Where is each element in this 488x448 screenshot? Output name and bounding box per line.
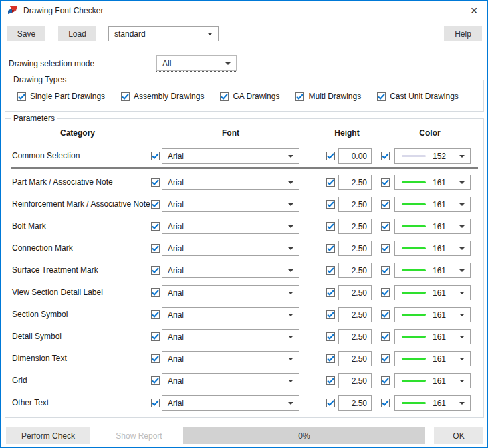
height-checkbox[interactable] bbox=[326, 266, 335, 275]
color-select[interactable]: 152 bbox=[394, 148, 471, 164]
font-checkbox[interactable] bbox=[151, 266, 160, 275]
height-checkbox[interactable] bbox=[326, 376, 335, 385]
font-checkbox[interactable] bbox=[151, 244, 160, 253]
color-select[interactable]: 161 bbox=[394, 263, 471, 278]
font-checkbox[interactable] bbox=[151, 310, 160, 319]
height-checkbox[interactable] bbox=[326, 244, 335, 253]
help-button[interactable]: Help bbox=[444, 26, 482, 41]
font-checkbox[interactable] bbox=[151, 332, 160, 341]
color-select[interactable]: 161 bbox=[394, 197, 471, 212]
chevron-down-icon bbox=[288, 336, 293, 338]
color-checkbox[interactable] bbox=[381, 399, 390, 407]
color-swatch bbox=[402, 225, 426, 227]
ok-button[interactable]: OK bbox=[434, 427, 483, 444]
font-checkbox[interactable] bbox=[151, 200, 160, 209]
height-checkbox[interactable] bbox=[326, 152, 335, 160]
color-checkbox[interactable] bbox=[381, 332, 390, 341]
chevron-down-icon bbox=[288, 247, 293, 250]
color-checkbox[interactable] bbox=[381, 222, 390, 231]
color-select[interactable]: 161 bbox=[394, 395, 471, 411]
font-checkbox[interactable] bbox=[151, 399, 160, 407]
font-value: Arial bbox=[168, 200, 184, 209]
drawing-type-checkbox[interactable] bbox=[220, 92, 229, 101]
color-checkbox[interactable] bbox=[381, 244, 390, 253]
height-input[interactable] bbox=[338, 175, 372, 190]
font-checkbox[interactable] bbox=[151, 376, 160, 385]
perform-check-button[interactable]: Perform Check bbox=[6, 427, 90, 444]
height-checkbox[interactable] bbox=[326, 178, 335, 187]
height-input[interactable] bbox=[338, 307, 372, 322]
color-number: 161 bbox=[433, 332, 446, 342]
height-input[interactable] bbox=[338, 395, 372, 411]
height-input[interactable] bbox=[338, 197, 372, 212]
drawing-type-item[interactable]: Assembly Drawings bbox=[121, 92, 204, 101]
color-checkbox[interactable] bbox=[381, 266, 390, 275]
color-select[interactable]: 161 bbox=[394, 329, 471, 344]
color-select[interactable]: 161 bbox=[394, 351, 471, 366]
font-value: Arial bbox=[168, 178, 184, 187]
show-report-button[interactable]: Show Report bbox=[100, 427, 178, 444]
height-checkbox[interactable] bbox=[326, 354, 335, 363]
drawing-type-checkbox[interactable] bbox=[17, 92, 26, 101]
color-select[interactable]: 161 bbox=[394, 219, 471, 234]
font-select[interactable]: Arial bbox=[162, 197, 299, 212]
height-input[interactable] bbox=[338, 285, 372, 300]
color-checkbox[interactable] bbox=[381, 310, 390, 319]
preset-select[interactable]: standard bbox=[108, 26, 219, 41]
font-select[interactable]: Arial bbox=[162, 241, 299, 256]
parameter-row: Grid Arial 161 bbox=[5, 373, 483, 388]
font-select[interactable]: Arial bbox=[162, 148, 299, 164]
height-checkbox[interactable] bbox=[326, 310, 335, 319]
font-select[interactable]: Arial bbox=[162, 351, 299, 366]
font-checkbox[interactable] bbox=[151, 178, 160, 187]
font-checkbox[interactable] bbox=[151, 222, 160, 231]
height-checkbox[interactable] bbox=[326, 332, 335, 341]
font-select[interactable]: Arial bbox=[162, 307, 299, 322]
height-input[interactable] bbox=[338, 241, 372, 256]
load-button[interactable]: Load bbox=[58, 26, 96, 41]
height-input[interactable] bbox=[338, 263, 372, 278]
color-checkbox[interactable] bbox=[381, 152, 390, 160]
color-select[interactable]: 161 bbox=[394, 373, 471, 388]
drawing-type-item[interactable]: Cast Unit Drawings bbox=[377, 92, 459, 101]
font-select[interactable]: Arial bbox=[162, 219, 299, 234]
font-select[interactable]: Arial bbox=[162, 395, 299, 411]
font-checkbox[interactable] bbox=[151, 354, 160, 363]
height-checkbox[interactable] bbox=[326, 222, 335, 231]
color-select[interactable]: 161 bbox=[394, 307, 471, 322]
save-button[interactable]: Save bbox=[7, 26, 45, 41]
height-checkbox[interactable] bbox=[326, 288, 335, 297]
color-checkbox[interactable] bbox=[381, 376, 390, 385]
height-input[interactable] bbox=[338, 351, 372, 366]
drawing-type-checkbox[interactable] bbox=[121, 92, 130, 101]
color-checkbox[interactable] bbox=[381, 178, 390, 187]
color-checkbox[interactable] bbox=[381, 200, 390, 209]
drawing-type-checkbox[interactable] bbox=[295, 92, 304, 101]
color-checkbox[interactable] bbox=[381, 354, 390, 363]
font-select[interactable]: Arial bbox=[162, 285, 299, 300]
color-select[interactable]: 161 bbox=[394, 175, 471, 190]
font-checkbox[interactable] bbox=[151, 152, 160, 160]
drawing-font-checker-dialog: Drawing Font Checker ✕ Save Load standar… bbox=[0, 0, 488, 448]
font-select[interactable]: Arial bbox=[162, 263, 299, 278]
height-checkbox[interactable] bbox=[326, 200, 335, 209]
drawing-type-checkbox[interactable] bbox=[377, 92, 386, 101]
common-height-input[interactable] bbox=[338, 148, 372, 164]
color-select[interactable]: 161 bbox=[394, 241, 471, 256]
font-select[interactable]: Arial bbox=[162, 373, 299, 388]
font-checkbox[interactable] bbox=[151, 288, 160, 297]
color-checkbox[interactable] bbox=[381, 288, 390, 297]
font-select[interactable]: Arial bbox=[162, 329, 299, 344]
height-input[interactable] bbox=[338, 373, 372, 388]
selection-mode-select[interactable]: All bbox=[156, 55, 237, 71]
color-select[interactable]: 161 bbox=[394, 285, 471, 300]
height-input[interactable] bbox=[338, 329, 372, 344]
font-select[interactable]: Arial bbox=[162, 175, 299, 190]
close-icon[interactable]: ✕ bbox=[466, 4, 482, 17]
height-checkbox[interactable] bbox=[326, 399, 335, 407]
height-input[interactable] bbox=[338, 219, 372, 234]
drawing-type-item[interactable]: Single Part Drawings bbox=[17, 92, 105, 101]
drawing-type-item[interactable]: Multi Drawings bbox=[295, 92, 361, 101]
color-number: 161 bbox=[433, 178, 446, 187]
drawing-type-item[interactable]: GA Drawings bbox=[220, 92, 279, 101]
